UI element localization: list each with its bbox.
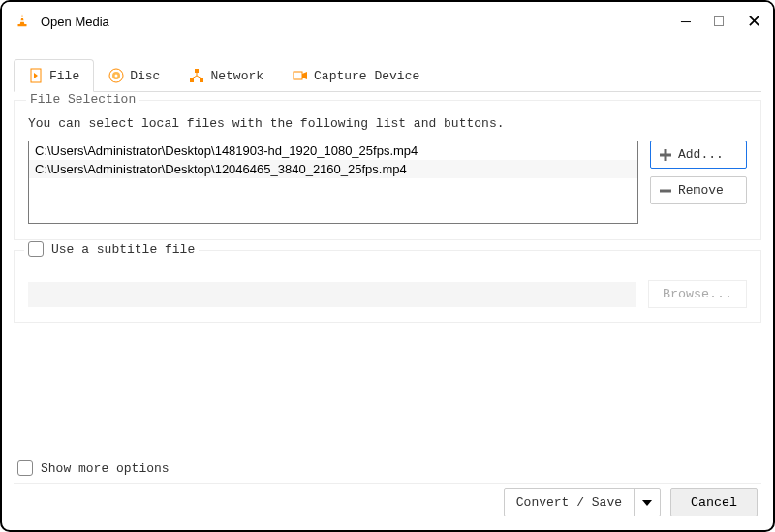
subtitle-checkbox-label: Use a subtitle file [51, 242, 195, 257]
minimize-button[interactable]: ─ [681, 14, 691, 29]
close-button[interactable]: ✕ [747, 11, 761, 32]
svg-rect-15 [294, 72, 302, 79]
vlc-cone-icon [14, 13, 31, 30]
add-button[interactable]: Add... [650, 141, 747, 169]
show-more-checkbox[interactable] [17, 460, 33, 476]
svg-rect-10 [190, 78, 194, 82]
footer-buttons: Convert / Save Cancel [504, 488, 758, 516]
remove-button[interactable]: Remove [650, 176, 747, 204]
svg-marker-20 [642, 500, 652, 506]
cancel-button[interactable]: Cancel [670, 488, 758, 516]
plus-icon [659, 148, 672, 162]
tab-label: Network [210, 69, 264, 83]
svg-line-13 [192, 76, 197, 78]
svg-rect-18 [660, 153, 671, 156]
tab-capture-device[interactable]: Capture Device [278, 59, 434, 92]
svg-point-8 [115, 75, 118, 78]
tab-label: File [49, 69, 79, 83]
tab-label: Capture Device [314, 69, 419, 83]
minus-icon [659, 184, 672, 198]
file-list-item[interactable]: C:\Users\Administrator\Desktop\12046465_… [29, 160, 637, 178]
svg-marker-16 [302, 72, 307, 79]
subtitle-path-input [28, 282, 636, 307]
file-list[interactable]: C:\Users\Administrator\Desktop\1481903-h… [28, 141, 638, 224]
file-selection-legend: File Selection [26, 92, 140, 107]
svg-rect-1 [21, 17, 24, 19]
file-selection-description: You can select local files with the foll… [28, 116, 747, 131]
network-icon [189, 68, 204, 83]
disc-icon [108, 68, 124, 83]
tab-file[interactable]: File [14, 59, 94, 92]
svg-rect-9 [195, 69, 199, 73]
remove-button-label: Remove [678, 183, 724, 198]
divider [14, 483, 761, 484]
window-controls: ─ ✕ [681, 11, 761, 32]
svg-rect-11 [200, 78, 203, 82]
window-title: Open Media [41, 15, 681, 29]
dropdown-arrow-icon[interactable] [634, 489, 660, 516]
show-more-label: Show more options [41, 461, 170, 476]
svg-rect-3 [18, 24, 27, 26]
tab-label: Disc [130, 69, 160, 83]
svg-line-14 [197, 76, 202, 78]
media-tabs: File Disc [14, 58, 761, 92]
svg-rect-2 [20, 20, 24, 22]
maximize-button[interactable] [714, 14, 724, 29]
titlebar: Open Media ─ ✕ [2, 2, 773, 41]
capture-icon [293, 68, 308, 83]
subtitle-checkbox[interactable] [28, 241, 44, 257]
svg-rect-19 [660, 189, 671, 192]
add-button-label: Add... [678, 147, 724, 162]
tab-disc[interactable]: Disc [94, 59, 174, 92]
subtitle-group: Use a subtitle file Browse... [14, 250, 761, 323]
browse-button: Browse... [648, 280, 747, 308]
file-selection-group: File Selection You can select local file… [14, 100, 761, 240]
file-icon [28, 68, 44, 83]
svg-marker-0 [20, 15, 25, 25]
file-list-item[interactable]: C:\Users\Administrator\Desktop\1481903-h… [29, 141, 637, 160]
convert-save-label: Convert / Save [505, 489, 634, 516]
tab-network[interactable]: Network [174, 59, 278, 92]
show-more-options: Show more options [17, 460, 170, 476]
convert-save-button[interactable]: Convert / Save [504, 488, 661, 516]
